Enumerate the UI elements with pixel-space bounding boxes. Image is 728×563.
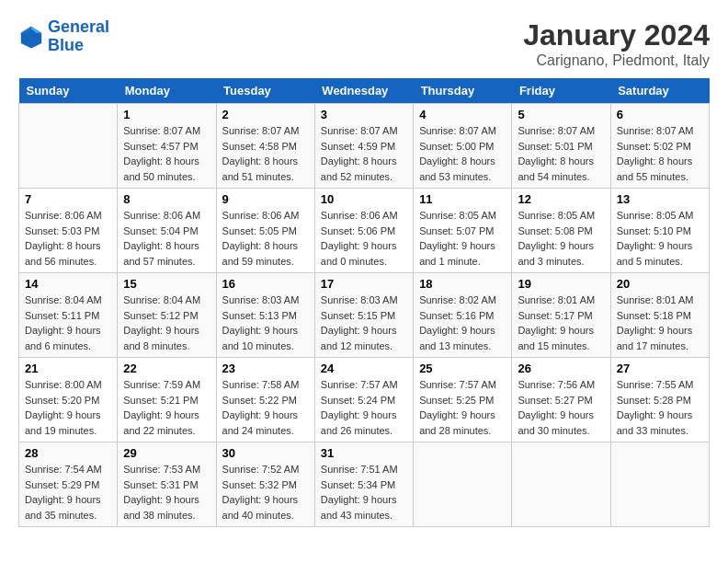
calendar-cell xyxy=(414,442,512,527)
calendar-cell: 20Sunrise: 8:01 AMSunset: 5:18 PMDayligh… xyxy=(610,273,709,358)
calendar-cell: 11Sunrise: 8:05 AMSunset: 5:07 PMDayligh… xyxy=(414,189,512,273)
calendar-cell: 15Sunrise: 8:04 AMSunset: 5:12 PMDayligh… xyxy=(118,273,216,358)
day-detail: Sunrise: 8:04 AMSunset: 5:11 PMDaylight:… xyxy=(25,293,111,353)
calendar-cell: 12Sunrise: 8:05 AMSunset: 5:08 PMDayligh… xyxy=(512,189,610,273)
calendar-cell: 23Sunrise: 7:58 AMSunset: 5:22 PMDayligh… xyxy=(216,358,314,442)
day-detail: Sunrise: 8:07 AMSunset: 5:02 PMDaylight:… xyxy=(617,123,703,184)
calendar-cell xyxy=(610,442,709,527)
calendar-cell: 22Sunrise: 7:59 AMSunset: 5:21 PMDayligh… xyxy=(118,358,216,442)
day-number: 6 xyxy=(617,108,703,121)
day-number: 28 xyxy=(25,446,111,460)
day-header-monday: Monday xyxy=(118,78,216,104)
calendar-cell: 14Sunrise: 8:04 AMSunset: 5:11 PMDayligh… xyxy=(19,273,118,358)
calendar-cell xyxy=(512,442,610,527)
calendar-cell: 31Sunrise: 7:51 AMSunset: 5:34 PMDayligh… xyxy=(314,442,413,527)
calendar-cell: 25Sunrise: 7:57 AMSunset: 5:25 PMDayligh… xyxy=(414,358,512,442)
day-number: 15 xyxy=(123,277,210,291)
day-number: 16 xyxy=(222,277,309,291)
calendar-week-3: 14Sunrise: 8:04 AMSunset: 5:11 PMDayligh… xyxy=(19,273,710,358)
calendar-week-1: 1Sunrise: 8:07 AMSunset: 4:57 PMDaylight… xyxy=(19,104,710,189)
calendar-cell: 1Sunrise: 8:07 AMSunset: 4:57 PMDaylight… xyxy=(118,104,216,189)
main-title: January 2024 xyxy=(523,18,710,52)
day-detail: Sunrise: 7:57 AMSunset: 5:25 PMDaylight:… xyxy=(419,377,506,438)
calendar-cell: 19Sunrise: 8:01 AMSunset: 5:17 PMDayligh… xyxy=(512,273,610,358)
svg-marker-0 xyxy=(21,27,41,49)
day-detail: Sunrise: 7:53 AMSunset: 5:31 PMDaylight:… xyxy=(123,462,210,523)
day-number: 12 xyxy=(518,192,604,206)
day-detail: Sunrise: 8:03 AMSunset: 5:13 PMDaylight:… xyxy=(222,293,309,353)
day-detail: Sunrise: 8:00 AMSunset: 5:20 PMDaylight:… xyxy=(25,377,111,438)
calendar-cell: 7Sunrise: 8:06 AMSunset: 5:03 PMDaylight… xyxy=(19,189,118,273)
day-number: 5 xyxy=(518,108,604,121)
day-number: 24 xyxy=(321,362,407,375)
day-detail: Sunrise: 7:51 AMSunset: 5:34 PMDaylight:… xyxy=(321,462,407,523)
calendar-cell: 9Sunrise: 8:06 AMSunset: 5:05 PMDaylight… xyxy=(216,189,314,273)
day-number: 21 xyxy=(25,362,111,375)
day-detail: Sunrise: 8:01 AMSunset: 5:17 PMDaylight:… xyxy=(518,293,604,353)
day-number: 27 xyxy=(617,362,703,375)
calendar-cell xyxy=(19,104,118,189)
day-detail: Sunrise: 7:54 AMSunset: 5:29 PMDaylight:… xyxy=(25,462,111,523)
calendar-cell: 8Sunrise: 8:06 AMSunset: 5:04 PMDaylight… xyxy=(118,189,216,273)
calendar-cell: 17Sunrise: 8:03 AMSunset: 5:15 PMDayligh… xyxy=(314,273,413,358)
day-detail: Sunrise: 8:07 AMSunset: 4:58 PMDaylight:… xyxy=(222,123,309,184)
calendar-cell: 29Sunrise: 7:53 AMSunset: 5:31 PMDayligh… xyxy=(118,442,216,527)
day-detail: Sunrise: 8:07 AMSunset: 4:59 PMDaylight:… xyxy=(321,123,407,184)
day-number: 19 xyxy=(518,277,604,291)
day-detail: Sunrise: 8:05 AMSunset: 5:07 PMDaylight:… xyxy=(419,208,506,269)
calendar-cell: 27Sunrise: 7:55 AMSunset: 5:28 PMDayligh… xyxy=(610,358,709,442)
day-detail: Sunrise: 8:06 AMSunset: 5:04 PMDaylight:… xyxy=(123,208,210,269)
calendar-table: SundayMondayTuesdayWednesdayThursdayFrid… xyxy=(18,78,710,527)
day-detail: Sunrise: 8:07 AMSunset: 4:57 PMDaylight:… xyxy=(123,123,210,184)
day-detail: Sunrise: 8:07 AMSunset: 5:00 PMDaylight:… xyxy=(419,123,506,184)
day-number: 2 xyxy=(222,108,309,121)
day-header-thursday: Thursday xyxy=(414,78,512,104)
day-detail: Sunrise: 7:56 AMSunset: 5:27 PMDaylight:… xyxy=(518,377,604,438)
day-header-wednesday: Wednesday xyxy=(314,78,413,104)
day-number: 4 xyxy=(419,108,506,121)
day-detail: Sunrise: 8:06 AMSunset: 5:05 PMDaylight:… xyxy=(222,208,309,269)
calendar-cell: 16Sunrise: 8:03 AMSunset: 5:13 PMDayligh… xyxy=(216,273,314,358)
day-detail: Sunrise: 8:05 AMSunset: 5:08 PMDaylight:… xyxy=(518,208,604,269)
day-number: 17 xyxy=(321,277,407,291)
logo: General Blue xyxy=(18,18,109,55)
day-number: 23 xyxy=(222,362,309,375)
day-number: 3 xyxy=(321,108,407,121)
subtitle: Carignano, Piedmont, Italy xyxy=(523,52,710,69)
day-number: 26 xyxy=(518,362,604,375)
day-number: 14 xyxy=(25,277,111,291)
day-number: 22 xyxy=(123,362,210,375)
calendar-cell: 13Sunrise: 8:05 AMSunset: 5:10 PMDayligh… xyxy=(610,189,709,273)
day-header-tuesday: Tuesday xyxy=(216,78,314,104)
calendar-cell: 6Sunrise: 8:07 AMSunset: 5:02 PMDaylight… xyxy=(610,104,709,189)
day-number: 11 xyxy=(419,192,506,206)
day-number: 9 xyxy=(222,192,309,206)
day-detail: Sunrise: 8:03 AMSunset: 5:15 PMDaylight:… xyxy=(321,293,407,353)
day-detail: Sunrise: 7:59 AMSunset: 5:21 PMDaylight:… xyxy=(123,377,210,438)
calendar-cell: 18Sunrise: 8:02 AMSunset: 5:16 PMDayligh… xyxy=(414,273,512,358)
logo-text: General Blue xyxy=(48,18,109,55)
day-detail: Sunrise: 8:07 AMSunset: 5:01 PMDaylight:… xyxy=(518,123,604,184)
day-header-friday: Friday xyxy=(512,78,610,104)
day-number: 18 xyxy=(419,277,506,291)
day-header-sunday: Sunday xyxy=(19,78,118,104)
day-detail: Sunrise: 8:05 AMSunset: 5:10 PMDaylight:… xyxy=(617,208,703,269)
calendar-week-2: 7Sunrise: 8:06 AMSunset: 5:03 PMDaylight… xyxy=(19,189,710,273)
calendar-week-4: 21Sunrise: 8:00 AMSunset: 5:20 PMDayligh… xyxy=(19,358,710,442)
day-detail: Sunrise: 8:04 AMSunset: 5:12 PMDaylight:… xyxy=(123,293,210,353)
day-detail: Sunrise: 7:57 AMSunset: 5:24 PMDaylight:… xyxy=(321,377,407,438)
day-number: 8 xyxy=(123,192,210,206)
day-header-saturday: Saturday xyxy=(610,78,709,104)
day-number: 30 xyxy=(222,446,309,460)
day-detail: Sunrise: 8:06 AMSunset: 5:06 PMDaylight:… xyxy=(321,208,407,269)
day-detail: Sunrise: 7:58 AMSunset: 5:22 PMDaylight:… xyxy=(222,377,309,438)
day-detail: Sunrise: 7:55 AMSunset: 5:28 PMDaylight:… xyxy=(617,377,703,438)
calendar-cell: 3Sunrise: 8:07 AMSunset: 4:59 PMDaylight… xyxy=(314,104,413,189)
calendar-cell: 10Sunrise: 8:06 AMSunset: 5:06 PMDayligh… xyxy=(314,189,413,273)
calendar-cell: 28Sunrise: 7:54 AMSunset: 5:29 PMDayligh… xyxy=(19,442,118,527)
day-detail: Sunrise: 8:01 AMSunset: 5:18 PMDaylight:… xyxy=(617,293,703,353)
day-number: 31 xyxy=(321,446,407,460)
calendar-cell: 26Sunrise: 7:56 AMSunset: 5:27 PMDayligh… xyxy=(512,358,610,442)
title-area: January 2024 Carignano, Piedmont, Italy xyxy=(523,18,710,69)
calendar-cell: 24Sunrise: 7:57 AMSunset: 5:24 PMDayligh… xyxy=(314,358,413,442)
